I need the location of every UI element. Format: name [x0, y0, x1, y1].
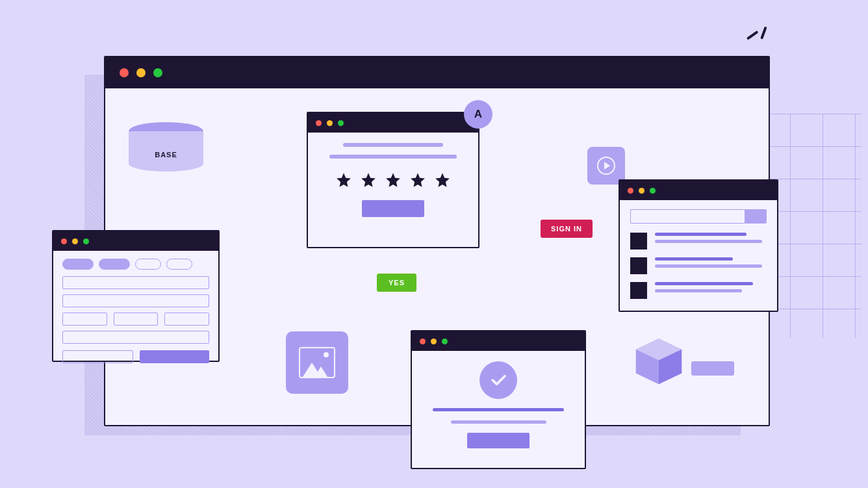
form-window — [52, 230, 220, 362]
traffic-light-zoom-icon — [650, 188, 656, 194]
star-icon[interactable] — [385, 172, 402, 188]
star-icon[interactable] — [360, 172, 377, 188]
tab-pill[interactable] — [166, 259, 192, 270]
rating-window: A — [307, 112, 479, 248]
traffic-light-close-icon — [61, 238, 67, 244]
list-item[interactable] — [630, 282, 767, 299]
image-placeholder — [286, 331, 348, 394]
text-line — [655, 240, 762, 243]
check-circle-icon — [479, 361, 517, 399]
traffic-light-minimize-icon — [431, 339, 437, 344]
traffic-light-minimize-icon — [136, 68, 146, 77]
text-line — [655, 264, 762, 268]
star-rating[interactable] — [335, 172, 451, 188]
success-window — [411, 330, 586, 469]
form-titlebar — [53, 231, 218, 251]
list-item[interactable] — [630, 257, 767, 274]
text-line — [655, 282, 753, 285]
search-button[interactable] — [745, 209, 767, 224]
list-window — [619, 179, 778, 312]
traffic-light-close-icon — [628, 188, 633, 194]
play-icon — [597, 157, 615, 175]
avatar-letter: A — [474, 108, 482, 121]
diagram-canvas: BASE A — [0, 0, 868, 488]
database-label: BASE — [155, 151, 177, 159]
text-line — [655, 289, 742, 292]
star-icon[interactable] — [335, 172, 352, 188]
input-field[interactable] — [114, 313, 159, 326]
primary-button[interactable] — [140, 350, 209, 363]
text-line — [329, 155, 457, 159]
traffic-light-minimize-icon — [327, 120, 333, 126]
input-field[interactable] — [164, 313, 209, 326]
rating-titlebar — [308, 113, 478, 133]
traffic-light-minimize-icon — [72, 238, 78, 244]
accent-marks — [747, 31, 764, 43]
yes-label: YES — [389, 279, 405, 287]
cube-icon — [632, 334, 686, 389]
text-line — [451, 420, 546, 424]
input-field[interactable] — [62, 294, 209, 307]
tab-pill[interactable] — [135, 259, 161, 270]
traffic-light-zoom-icon — [83, 238, 89, 244]
database-node: BASE — [129, 122, 203, 172]
thumbnail-icon — [630, 282, 647, 299]
decision-yes-chip[interactable]: YES — [377, 274, 416, 292]
star-icon[interactable] — [434, 172, 451, 188]
tab-pill[interactable] — [62, 259, 94, 270]
cube-label — [691, 361, 734, 376]
success-titlebar — [412, 331, 585, 351]
input-field[interactable] — [62, 276, 209, 289]
sign-in-label: SIGN IN — [551, 225, 582, 233]
search-input[interactable] — [630, 209, 745, 224]
traffic-light-close-icon — [120, 68, 129, 77]
input-field[interactable] — [62, 331, 209, 344]
main-titlebar — [105, 57, 769, 88]
list-titlebar — [620, 181, 777, 200]
traffic-light-close-icon — [316, 120, 322, 126]
secondary-button[interactable] — [62, 350, 133, 363]
star-icon[interactable] — [409, 172, 426, 188]
text-line — [655, 233, 747, 236]
list-item[interactable] — [630, 233, 767, 250]
thumbnail-icon — [630, 233, 647, 250]
sign-in-chip[interactable]: SIGN IN — [541, 220, 593, 238]
avatar-badge: A — [464, 100, 492, 129]
thumbnail-icon — [630, 257, 647, 274]
text-line — [343, 143, 443, 147]
tab-pill[interactable] — [99, 259, 130, 270]
continue-button[interactable] — [467, 433, 530, 448]
text-line — [655, 257, 733, 261]
traffic-light-zoom-icon — [338, 120, 344, 126]
text-line — [433, 408, 564, 411]
image-icon — [299, 347, 335, 378]
traffic-light-zoom-icon — [153, 68, 162, 77]
database-body: BASE — [129, 131, 203, 172]
traffic-light-zoom-icon — [442, 339, 448, 344]
input-field[interactable] — [62, 313, 107, 326]
submit-button[interactable] — [362, 200, 424, 217]
traffic-light-minimize-icon — [639, 188, 645, 194]
traffic-light-close-icon — [420, 339, 426, 344]
